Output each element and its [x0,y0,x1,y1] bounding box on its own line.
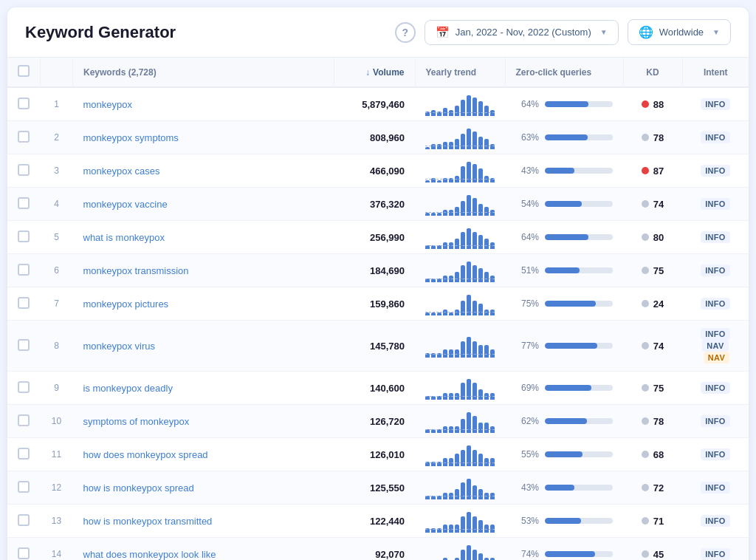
intent-badge: INFO [701,198,729,210]
trend-bar [484,239,489,249]
row-keyword: monkeypox transmission [73,254,334,287]
trend-bar [484,423,489,433]
trend-bar [431,213,436,216]
keyword-link[interactable]: how is monkeypox transmitted [83,516,213,527]
table-row: 4monkeypox vaccine376,32054%74INFO [7,188,749,221]
zero-bar-fill [545,551,595,557]
th-zero-click: Zero-click queries [505,58,623,87]
row-trend [415,87,505,121]
date-range-picker[interactable]: 📅 Jan, 2022 - Nov, 2022 (Custom) ▼ [425,20,619,45]
keyword-link[interactable]: symptoms of monkeypox [83,416,190,427]
region-picker[interactable]: 🌐 Worldwide ▼ [628,19,731,45]
app-container: Keyword Generator ? 📅 Jan, 2022 - Nov, 2… [7,7,749,560]
row-kd: 80 [623,221,682,254]
row-checkbox[interactable] [18,514,30,526]
row-checkbox[interactable] [18,231,30,242]
zero-bar-background [545,385,613,391]
help-button[interactable]: ? [395,22,416,43]
keyword-link[interactable]: monkeypox [83,99,132,110]
zero-click-percent: 43% [515,482,539,493]
row-trend [415,405,505,438]
row-intent: INFO [682,505,749,538]
row-trend [415,505,505,538]
row-checkbox-cell [7,321,41,372]
row-kd: 68 [623,438,682,471]
keyword-link[interactable]: monkeypox virus [83,341,156,352]
row-checkbox[interactable] [18,414,30,426]
keyword-link[interactable]: what is monkeypox [83,232,165,243]
trend-chart [425,334,495,358]
keyword-link[interactable]: monkeypox vaccine [83,199,168,210]
row-checkbox[interactable] [18,547,30,559]
row-checkbox[interactable] [18,131,30,143]
keyword-link[interactable]: monkeypox pictures [83,298,169,310]
keyword-link[interactable]: monkeypox transmission [83,265,189,276]
trend-bar [484,106,489,116]
intent-badge: INFO [701,165,729,177]
trend-chart [425,259,495,282]
trend-bar [478,168,483,182]
select-all-checkbox[interactable] [18,65,30,77]
row-keyword: what is monkeypox [73,221,334,254]
trend-chart [425,225,495,249]
keyword-link[interactable]: how is monkeypox spread [83,482,194,494]
row-checkbox[interactable] [18,339,30,351]
zero-click-container: 51% [515,265,613,276]
trend-bar [478,204,483,216]
trend-bar [443,210,447,216]
row-checkbox-cell [7,121,41,154]
intent-badge: INFO [701,132,729,143]
keyword-link[interactable]: how does monkeypox spread [83,449,208,460]
row-volume: 92,070 [334,538,415,561]
row-checkbox[interactable] [18,448,30,460]
row-checkbox[interactable] [18,197,30,209]
row-zero-click: 43% [505,154,623,188]
kd-container: 68 [633,449,672,460]
row-checkbox[interactable] [18,481,30,493]
keyword-link[interactable]: is monkeypox deadly [83,383,173,394]
zero-click-container: 53% [515,516,613,526]
row-checkbox-cell [7,505,41,538]
trend-bar [472,198,477,216]
th-keywords[interactable]: Keywords (2,728) [73,58,334,87]
trend-chart [425,443,495,466]
kd-value: 74 [653,199,664,210]
row-checkbox-cell [7,538,41,561]
zero-click-container: 74% [515,549,613,559]
intent-badge: INFO [701,328,729,340]
kd-value: 87 [653,165,664,177]
sort-desc-icon: ↓ [365,67,370,78]
row-checkbox-cell [7,254,41,287]
row-zero-click: 51% [505,254,623,287]
row-checkbox[interactable] [18,264,30,276]
row-number: 6 [41,254,73,287]
kd-value: 80 [653,232,664,243]
trend-bar [472,485,477,499]
keyword-link[interactable]: monkeypox symptoms [83,132,179,143]
zero-bar-background [545,343,613,349]
table-row: 14what does monkeypox look like92,07074%… [7,538,749,561]
kd-container: 78 [633,416,672,427]
th-select-all[interactable] [7,58,41,87]
zero-click-container: 54% [515,199,613,209]
row-kd: 78 [623,405,682,438]
trend-baseline [425,179,495,180]
row-keyword: monkeypox virus [73,321,334,372]
row-volume: 122,440 [334,505,415,538]
row-checkbox[interactable] [18,381,30,393]
th-kd: KD [623,58,682,87]
trend-bar [461,550,465,560]
row-checkbox[interactable] [18,297,30,309]
th-volume[interactable]: ↓Volume [334,58,415,87]
row-intent: INFO [682,254,749,287]
trend-baseline [425,212,495,213]
row-volume: 140,600 [334,372,415,405]
row-checkbox[interactable] [18,98,30,109]
date-range-label: Jan, 2022 - Nov, 2022 (Custom) [456,27,591,38]
trend-bar [472,164,477,182]
trend-bar [490,210,495,216]
trend-baseline [425,146,495,146]
row-checkbox[interactable] [18,164,30,176]
keyword-link[interactable]: what does monkeypox look like [83,549,216,560]
keyword-link[interactable]: monkeypox cases [83,165,160,177]
